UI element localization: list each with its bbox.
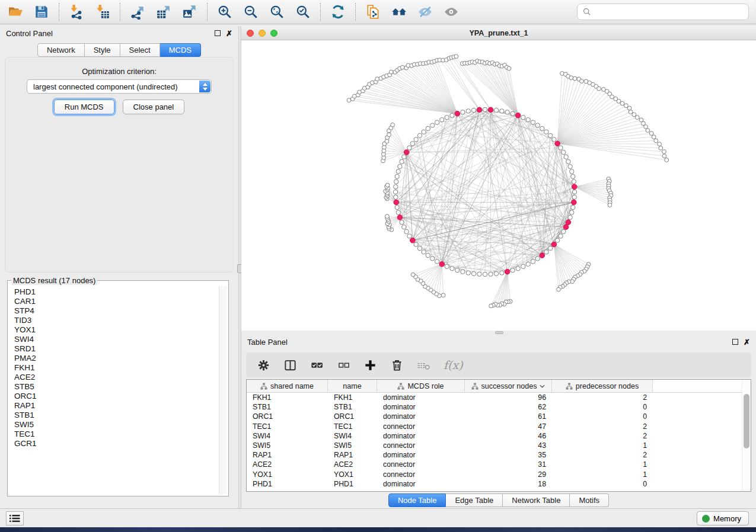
tab-select[interactable]: Select: [120, 43, 160, 57]
leaf-node[interactable]: [646, 129, 650, 133]
mcds-dominator-node[interactable]: [397, 215, 403, 220]
leaf-node[interactable]: [658, 142, 662, 146]
ring-node[interactable]: [417, 246, 422, 250]
ring-node[interactable]: [396, 210, 400, 214]
ring-node[interactable]: [489, 272, 493, 276]
mcds-result-item[interactable]: YOX1: [14, 325, 218, 335]
ring-node[interactable]: [422, 130, 426, 134]
tab-motifs[interactable]: Motifs: [570, 493, 609, 507]
leaf-node[interactable]: [620, 101, 624, 105]
leaf-node[interactable]: [659, 146, 663, 150]
leaf-node[interactable]: [454, 55, 458, 59]
leaf-node[interactable]: [507, 66, 511, 70]
ring-node[interactable]: [466, 109, 470, 113]
mcds-result-list[interactable]: PHD1CAR1STP4TID3YOX1SWI4SRD1PMA2FKH1ACE2…: [9, 286, 218, 495]
ring-node[interactable]: [394, 185, 398, 189]
ring-node[interactable]: [559, 146, 563, 150]
ring-node[interactable]: [394, 195, 398, 199]
close-panel-button[interactable]: ✗: [744, 338, 750, 346]
show-all-button[interactable]: [443, 4, 460, 20]
ring-node[interactable]: [404, 229, 409, 233]
function-builder-button[interactable]: f(x): [444, 358, 463, 371]
table-row[interactable]: ACE2ACE2connector311: [247, 460, 742, 469]
mcds-dominator-node[interactable]: [566, 220, 571, 225]
export-image-button[interactable]: [181, 4, 198, 20]
memory-button[interactable]: Memory: [697, 511, 749, 525]
ring-node[interactable]: [535, 257, 540, 261]
ring-node[interactable]: [402, 155, 406, 159]
delete-columns-button[interactable]: [390, 358, 404, 372]
mcds-result-item[interactable]: PHD1: [14, 287, 218, 297]
ring-node[interactable]: [394, 180, 398, 184]
mcds-dominator-node[interactable]: [572, 200, 577, 205]
ring-node[interactable]: [426, 126, 430, 130]
ring-node[interactable]: [535, 123, 540, 127]
tab-node-table[interactable]: Node Table: [388, 493, 446, 507]
table-row[interactable]: SWI5SWI5connector431: [247, 441, 742, 450]
ring-node[interactable]: [494, 108, 498, 112]
mcds-result-item[interactable]: ACE2: [14, 373, 218, 382]
ring-node[interactable]: [572, 195, 576, 199]
save-session-button[interactable]: [33, 4, 50, 20]
mcds-dominator-node[interactable]: [515, 113, 521, 118]
mcds-dominator-node[interactable]: [410, 238, 416, 243]
ring-node[interactable]: [548, 246, 552, 250]
ring-node[interactable]: [395, 205, 399, 209]
table-row[interactable]: SWI4SWI4dominator462: [247, 431, 742, 441]
mcds-dominator-node[interactable]: [555, 141, 560, 146]
ring-node[interactable]: [440, 117, 444, 121]
ring-node[interactable]: [400, 159, 404, 164]
table-row[interactable]: STB1STB1dominator620: [247, 402, 742, 412]
ring-node[interactable]: [562, 150, 566, 154]
ring-node[interactable]: [398, 164, 402, 168]
mcds-dominator-node[interactable]: [563, 225, 569, 230]
tab-edge-table[interactable]: Edge Table: [446, 493, 503, 507]
mcds-result-item[interactable]: STB5: [14, 382, 218, 392]
leaf-node[interactable]: [389, 70, 393, 74]
ring-node[interactable]: [407, 146, 412, 150]
window-close-button[interactable]: [247, 30, 254, 37]
ring-node[interactable]: [483, 107, 487, 111]
table-settings-button[interactable]: [257, 358, 270, 372]
clone-network-button[interactable]: [365, 4, 381, 20]
network-graph[interactable]: [241, 40, 756, 331]
ring-node[interactable]: [544, 250, 548, 254]
table-row[interactable]: FKH1FKH1dominator962: [247, 393, 742, 402]
mcds-dominator-node[interactable]: [404, 150, 409, 155]
scrollbar-thumb[interactable]: [744, 394, 749, 448]
table-row[interactable]: ORC1ORC1dominator610: [247, 412, 742, 421]
ring-node[interactable]: [414, 242, 418, 246]
zoom-out-button[interactable]: [243, 4, 259, 20]
ring-node[interactable]: [526, 117, 530, 121]
mcds-dominator-node[interactable]: [488, 107, 493, 113]
open-session-button[interactable]: [7, 4, 24, 20]
leaf-node[interactable]: [662, 154, 666, 158]
ring-node[interactable]: [500, 271, 504, 275]
mcds-dominator-node[interactable]: [394, 200, 399, 205]
show-columns-button[interactable]: [283, 358, 297, 372]
mcds-dominator-node[interactable]: [455, 111, 460, 117]
ring-node[interactable]: [572, 190, 576, 194]
ring-node[interactable]: [471, 108, 476, 112]
leaf-node[interactable]: [652, 135, 656, 139]
leaf-node[interactable]: [569, 76, 573, 80]
ring-node[interactable]: [400, 220, 404, 224]
ring-node[interactable]: [417, 133, 422, 137]
column-header-MCDS-role[interactable]: MCDS role: [377, 380, 465, 392]
leaf-node[interactable]: [649, 132, 653, 136]
leaf-node[interactable]: [400, 65, 404, 69]
ring-node[interactable]: [521, 264, 525, 268]
mcds-result-item[interactable]: FKH1: [14, 363, 218, 373]
ring-node[interactable]: [455, 268, 460, 272]
leaf-node[interactable]: [411, 273, 415, 277]
first-neighbors-button[interactable]: [391, 4, 407, 20]
ring-node[interactable]: [531, 120, 535, 124]
leaf-node[interactable]: [635, 116, 639, 120]
ring-node[interactable]: [461, 270, 465, 274]
ring-node[interactable]: [572, 180, 576, 184]
ring-node[interactable]: [562, 229, 566, 233]
add-column-button[interactable]: [363, 358, 377, 372]
column-header-name[interactable]: name: [328, 380, 377, 392]
criterion-select[interactable]: largest connected component (undirected): [27, 79, 212, 94]
ring-node[interactable]: [571, 205, 575, 209]
